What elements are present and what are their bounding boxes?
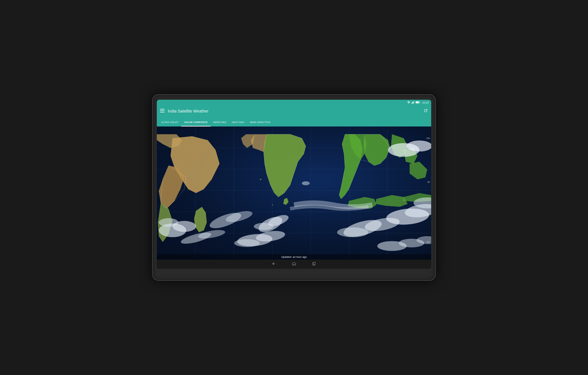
update-status: Updated: an hour ago <box>281 255 307 258</box>
svg-rect-1 <box>411 103 412 103</box>
land-masses <box>157 127 431 260</box>
tab-color-composite[interactable]: COLOR COMPOSITE <box>181 118 210 127</box>
tab-wind-direction[interactable]: WIND DIRECTION <box>247 118 273 127</box>
map-area[interactable]: 20N 0N 20S Updated: an hour ago <box>157 127 431 260</box>
status-icons: 10:25 <box>407 101 429 104</box>
svg-point-12 <box>260 179 262 180</box>
map-status: Updated: an hour ago <box>157 254 431 260</box>
screen: 10:25 India Satellite Weather ULTRA VIOL… <box>157 100 431 269</box>
svg-rect-3 <box>413 101 414 103</box>
app-bar: India Satellite Weather <box>157 105 431 117</box>
svg-marker-38 <box>292 262 296 265</box>
svg-rect-7 <box>416 102 419 103</box>
svg-rect-10 <box>160 112 165 112</box>
android-nav-bar <box>157 260 431 269</box>
hamburger-menu-button[interactable] <box>160 109 165 114</box>
svg-rect-8 <box>160 109 165 109</box>
tab-bar: ULTRA VIOLET COLOR COMPOSITE INFRA RED H… <box>157 117 431 127</box>
back-button[interactable] <box>272 262 276 267</box>
svg-point-11 <box>272 204 273 205</box>
home-button[interactable] <box>292 262 296 267</box>
battery-icon <box>416 101 420 104</box>
app-title: India Satellite Weather <box>168 109 423 114</box>
wifi-icon <box>407 101 410 104</box>
tab-heat-map[interactable]: HEAT MAP <box>229 118 247 127</box>
svg-point-0 <box>409 103 409 104</box>
svg-rect-6 <box>420 102 420 103</box>
time-display: 10:25 <box>422 101 429 104</box>
refresh-button[interactable] <box>423 108 428 114</box>
svg-rect-40 <box>313 262 315 265</box>
tab-infra-red[interactable]: INFRA RED <box>210 118 229 127</box>
device-frame: 10:25 India Satellite Weather ULTRA VIOL… <box>152 94 436 281</box>
recents-button[interactable] <box>312 262 316 267</box>
svg-rect-4 <box>414 101 414 103</box>
tab-ultra-violet[interactable]: ULTRA VIOLET <box>158 118 181 127</box>
signal-icon <box>411 101 414 104</box>
svg-rect-9 <box>160 110 165 111</box>
status-bar: 10:25 <box>157 100 431 105</box>
svg-rect-2 <box>412 102 413 103</box>
